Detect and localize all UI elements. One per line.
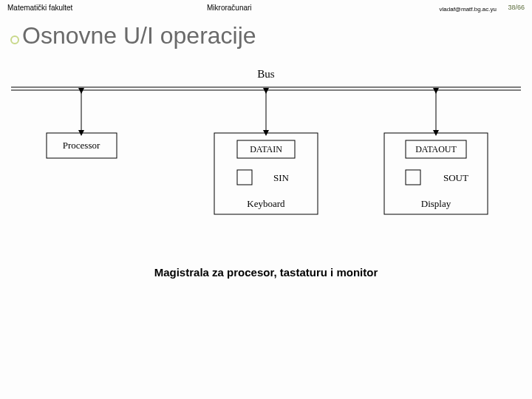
diagram-caption: Magistrala za procesor, tastaturu i moni… — [0, 266, 532, 279]
processor-column: Processor — [47, 91, 117, 158]
header-institution: Matematički fakultet — [7, 4, 72, 12]
svg-rect-7 — [237, 170, 252, 185]
sin-label: SIN — [273, 172, 290, 183]
dataout-label: DATAOUT — [415, 144, 457, 154]
datain-label: DATAIN — [250, 144, 282, 154]
slide-title: Osnovne U/I operacije — [22, 22, 532, 50]
slide-header: Matematički fakultet Mikroračunari vlada… — [0, 0, 532, 16]
display-label: Display — [421, 198, 451, 209]
processor-box-label: Processor — [63, 140, 100, 151]
bus-diagram: Bus Processor DATAIN SIN Keyboard DATAOU… — [11, 66, 521, 236]
sout-label: SOUT — [443, 172, 468, 183]
keyboard-column: DATAIN SIN Keyboard — [214, 91, 318, 214]
keyboard-label: Keyboard — [247, 198, 285, 209]
header-email: vladaf@matf.bg.ac.yu — [440, 6, 497, 13]
header-course: Mikroračunari — [207, 4, 252, 12]
bus-label: Bus — [257, 68, 275, 80]
title-bullet-icon — [10, 35, 19, 44]
display-column: DATAOUT SOUT Display — [384, 91, 488, 214]
header-page-number: 38/66 — [508, 4, 525, 11]
svg-rect-11 — [406, 170, 420, 185]
